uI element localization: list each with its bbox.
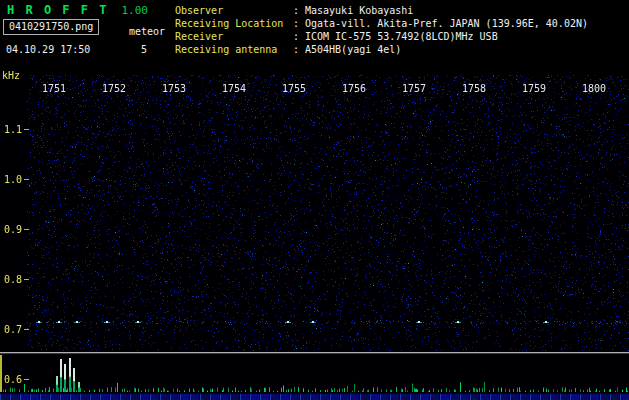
station-info: Observer:Masayuki KobayashiReceiving Loc…: [175, 4, 588, 56]
freq-tick-mark: [24, 379, 29, 380]
freq-tick-mark: [24, 179, 29, 180]
freq-tick-label: 0.7: [0, 324, 22, 335]
time-tick-label: 1752: [102, 83, 126, 94]
info-colon: :: [293, 30, 305, 43]
freq-tick-label: 1.0: [0, 174, 22, 185]
freq-tick-label: 1.1: [0, 124, 22, 135]
freq-tick-label: 0.8: [0, 274, 22, 285]
freq-tick-mark: [24, 229, 29, 230]
info-row: Receiving Location:Ogata-vill. Akita-Pre…: [175, 17, 588, 30]
spectrogram-panel: kHz 175117521753175417551756175717581759…: [0, 75, 629, 400]
time-tick-label: 1756: [342, 83, 366, 94]
info-label: Receiving Location: [175, 17, 293, 30]
info-value: ICOM IC-575 53.7492(8LCD)MHz USB: [305, 30, 498, 43]
frequency-unit-label: kHz: [2, 70, 20, 81]
info-label: Observer: [175, 4, 293, 17]
info-colon: :: [293, 4, 305, 17]
freq-tick-mark: [24, 329, 29, 330]
freq-tick-mark: [24, 279, 29, 280]
time-tick-label: 1759: [522, 83, 546, 94]
time-tick-label: 1757: [402, 83, 426, 94]
title-row: H R O F F T 1.00: [7, 3, 148, 17]
hrofft-screen: H R O F F T 1.00 0410291750.png meteor 0…: [0, 0, 629, 400]
info-row: Receiver:ICOM IC-575 53.7492(8LCD)MHz US…: [175, 30, 588, 43]
freq-tick-label: 0.9: [0, 224, 22, 235]
time-tick-label: 1755: [282, 83, 306, 94]
info-label: Receiver: [175, 30, 293, 43]
mode-label: meteor: [129, 26, 165, 37]
time-tick-label: 1758: [462, 83, 486, 94]
info-value: Ogata-vill. Akita-Pref. JAPAN (139.96E, …: [305, 17, 588, 30]
app-title: H R O F F T: [7, 3, 108, 17]
datetime-label: 04.10.29 17:50: [6, 44, 90, 55]
app-version: 1.00: [121, 4, 148, 17]
filename-box: 0410291750.png: [3, 19, 99, 35]
time-tick-label: 1751: [42, 83, 66, 94]
freq-tick-label: 0.6: [0, 374, 22, 385]
info-row: Observer:Masayuki Kobayashi: [175, 4, 588, 17]
time-tick-label: 1753: [162, 83, 186, 94]
info-value: Masayuki Kobayashi: [305, 4, 413, 17]
filename-text: 0410291750.png: [9, 21, 93, 32]
info-label: Receiving antenna: [175, 43, 293, 56]
time-tick-label: 1754: [222, 83, 246, 94]
freq-tick-mark: [24, 129, 29, 130]
info-colon: :: [293, 17, 305, 30]
count-label: 5: [141, 44, 147, 55]
info-value: A504HB(yagi 4el): [305, 43, 401, 56]
info-colon: :: [293, 43, 305, 56]
info-row: Receiving antenna:A504HB(yagi 4el): [175, 43, 588, 56]
spectrogram-canvas: [0, 75, 629, 400]
time-tick-label: 1800: [582, 83, 606, 94]
